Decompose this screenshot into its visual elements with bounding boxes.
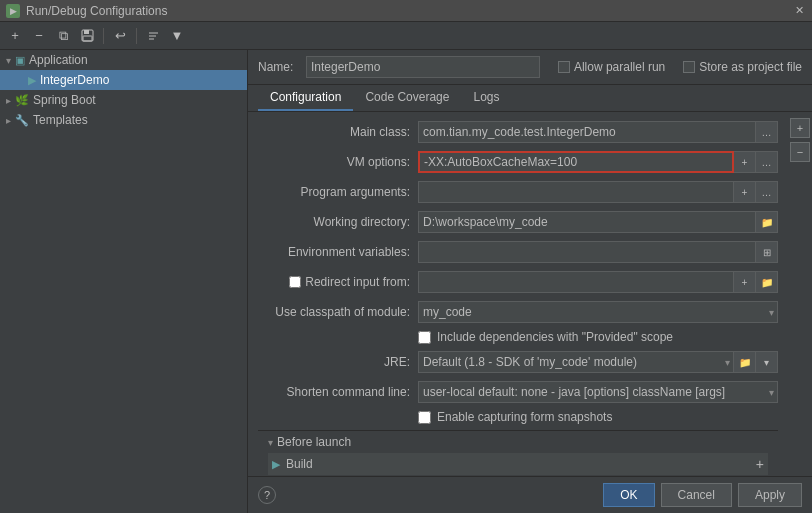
cancel-button[interactable]: Cancel (661, 483, 732, 507)
store-project-checkbox[interactable] (683, 61, 695, 73)
application-label: Application (29, 53, 88, 67)
tab-configuration[interactable]: Configuration (258, 85, 353, 111)
redirect-label: Redirect input from: (305, 275, 410, 289)
save-config-button[interactable] (76, 25, 98, 47)
program-arguments-browse-button[interactable]: … (756, 181, 778, 203)
sort-button[interactable] (142, 25, 164, 47)
vm-options-browse-button[interactable]: … (756, 151, 778, 173)
classpath-row: Use classpath of module: my_code (258, 300, 778, 324)
launch-add-button[interactable]: + (756, 456, 764, 472)
close-button[interactable]: ✕ (792, 4, 806, 18)
before-launch-section: ▾ Before launch ▶ Build + (258, 430, 778, 475)
sep1 (103, 28, 104, 44)
main-class-row: Main class: … (258, 120, 778, 144)
before-launch-header[interactable]: ▾ Before launch (258, 431, 778, 453)
tab-codecoverage[interactable]: Code Coverage (353, 85, 461, 111)
jre-select[interactable]: Default (1.8 - SDK of 'my_code' module) (418, 351, 734, 373)
classpath-label: Use classpath of module: (258, 305, 418, 319)
redirect-checkbox[interactable] (289, 276, 301, 288)
classpath-select[interactable]: my_code (418, 301, 778, 323)
main-class-browse-button[interactable]: … (756, 121, 778, 143)
redirect-expand-button[interactable]: + (734, 271, 756, 293)
vm-options-input[interactable] (418, 151, 734, 173)
program-arguments-label: Program arguments: (258, 185, 418, 199)
right-panel: Name: Allow parallel run Store as projec… (248, 50, 812, 513)
env-variables-input[interactable] (418, 241, 756, 263)
jre-label: JRE: (258, 355, 418, 369)
jre-row: JRE: Default (1.8 - SDK of 'my_code' mod… (258, 350, 778, 374)
move-down-button[interactable]: ▼ (166, 25, 188, 47)
shorten-cmd-select[interactable]: user-local default: none - java [options… (418, 381, 778, 403)
form-main: Main class: … VM options: + … (248, 112, 812, 476)
right-side-buttons: + − (788, 112, 812, 476)
templates-icon: 🔧 (15, 114, 29, 127)
integerdemo-icon: ▶ (28, 74, 36, 87)
help-button[interactable]: ? (258, 486, 276, 504)
working-directory-browse-button[interactable]: 📁 (756, 211, 778, 233)
chevron-right-icon2: ▸ (6, 115, 11, 126)
include-deps-checkbox[interactable] (418, 331, 431, 344)
redirect-input-row: Redirect input from: + 📁 (258, 270, 778, 294)
redirect-input[interactable] (418, 271, 734, 293)
program-arguments-input[interactable] (418, 181, 734, 203)
working-directory-input[interactable] (418, 211, 756, 233)
working-directory-input-group: 📁 (418, 211, 778, 233)
vm-options-label: VM options: (258, 155, 418, 169)
svg-rect-1 (84, 30, 89, 34)
ok-button[interactable]: OK (603, 483, 654, 507)
include-deps-row: Include dependencies with "Provided" sco… (418, 330, 778, 344)
jre-browse-button[interactable]: 📁 (734, 351, 756, 373)
sep2 (136, 28, 137, 44)
springboot-label: Spring Boot (33, 93, 96, 107)
program-arguments-expand-button[interactable]: + (734, 181, 756, 203)
working-directory-row: Working directory: 📁 (258, 210, 778, 234)
svg-rect-2 (83, 36, 92, 41)
parallel-run-checkbox[interactable] (558, 61, 570, 73)
classpath-select-wrapper: my_code (418, 301, 778, 323)
springboot-icon: 🌿 (15, 94, 29, 107)
jre-dropdown-button[interactable]: ▾ (756, 351, 778, 373)
copy-config-button[interactable]: ⧉ (52, 25, 74, 47)
capturing-checkbox[interactable] (418, 411, 431, 424)
capturing-label: Enable capturing form snapshots (437, 410, 612, 424)
side-expand-button[interactable]: + (790, 118, 810, 138)
sidebar-item-templates[interactable]: ▸ 🔧 Templates (0, 110, 247, 130)
sidebar: ▾ ▣ Application ▶ IntegerDemo ▸ 🌿 Spring… (0, 50, 248, 513)
tab-logs[interactable]: Logs (461, 85, 511, 111)
env-variables-browse-button[interactable]: ⊞ (756, 241, 778, 263)
main-class-input[interactable] (418, 121, 756, 143)
vm-options-expand-button[interactable]: + (734, 151, 756, 173)
undo-button[interactable]: ↩ (109, 25, 131, 47)
name-row: Name: Allow parallel run Store as projec… (248, 50, 812, 85)
templates-label: Templates (33, 113, 88, 127)
store-project-label: Store as project file (699, 60, 802, 74)
name-input[interactable] (306, 56, 540, 78)
side-collapse-button[interactable]: − (790, 142, 810, 162)
main-class-input-group: … (418, 121, 778, 143)
remove-config-button[interactable]: − (28, 25, 50, 47)
store-as-project-option: Store as project file (683, 60, 802, 74)
chevron-right-icon: ▸ (6, 95, 11, 106)
sidebar-item-springboot[interactable]: ▸ 🌿 Spring Boot (0, 90, 247, 110)
chevron-down-icon: ▾ (6, 55, 11, 66)
title-bar: ▶ Run/Debug Configurations ✕ (0, 0, 812, 22)
redirect-browse-button[interactable]: 📁 (756, 271, 778, 293)
title-bar-text: Run/Debug Configurations (26, 4, 167, 18)
jre-select-wrapper: Default (1.8 - SDK of 'my_code' module) (418, 351, 734, 373)
add-config-button[interactable]: + (4, 25, 26, 47)
sidebar-item-integerdemo[interactable]: ▶ IntegerDemo (0, 70, 247, 90)
sidebar-item-application[interactable]: ▾ ▣ Application (0, 50, 247, 70)
apply-button[interactable]: Apply (738, 483, 802, 507)
env-variables-input-group: ⊞ (418, 241, 778, 263)
shorten-cmd-label: Shorten command line: (258, 385, 418, 399)
include-deps-label: Include dependencies with "Provided" sco… (437, 330, 673, 344)
capturing-row: Enable capturing form snapshots (418, 410, 778, 424)
main-content: ▾ ▣ Application ▶ IntegerDemo ▸ 🌿 Spring… (0, 50, 812, 513)
vm-options-input-group: + … (418, 151, 778, 173)
shorten-cmd-row: Shorten command line: user-local default… (258, 380, 778, 404)
program-arguments-input-group: + … (418, 181, 778, 203)
bottom-bar: ? OK Cancel Apply (248, 476, 812, 513)
application-icon: ▣ (15, 54, 25, 67)
parallel-run-label: Allow parallel run (574, 60, 665, 74)
toolbar: + − ⧉ ↩ ▼ (0, 22, 812, 50)
